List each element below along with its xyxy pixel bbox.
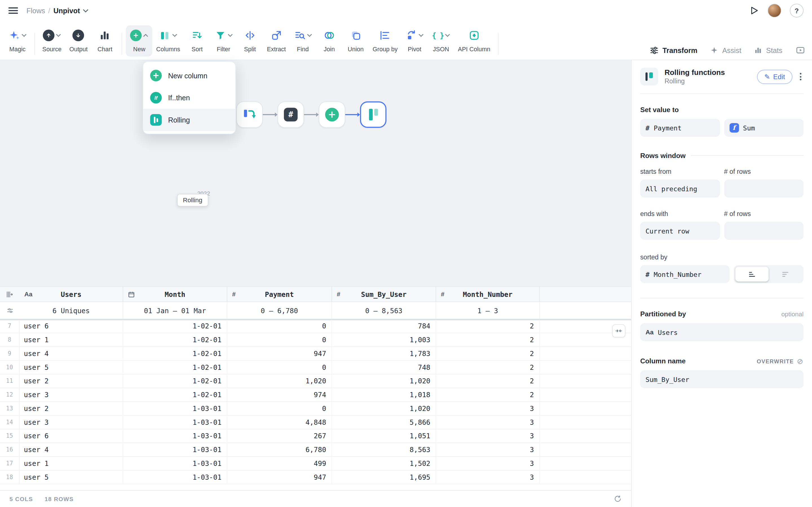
- cell-users[interactable]: user 4: [19, 347, 123, 360]
- row-number[interactable]: 12: [0, 388, 19, 401]
- toolbar-output-button[interactable]: Output: [65, 25, 92, 57]
- row-number[interactable]: 16: [0, 443, 19, 456]
- table-row[interactable]: 18 user 5 1-03-01 947 1,695 3: [0, 471, 631, 485]
- cell-users[interactable]: user 5: [19, 471, 123, 484]
- cell-users[interactable]: user 3: [19, 388, 123, 401]
- toolbar-join-button[interactable]: Join: [316, 25, 343, 57]
- cell-month[interactable]: 1-03-01: [123, 416, 227, 429]
- cell-sum-by-user[interactable]: 1,783: [332, 347, 436, 360]
- tab-stats[interactable]: Stats: [754, 46, 782, 54]
- value-column-select[interactable]: # Payment: [640, 119, 720, 137]
- cell-sum-by-user[interactable]: 8,563: [332, 443, 436, 456]
- aggregate-function-select[interactable]: f Sum: [724, 119, 804, 137]
- tab-assist[interactable]: Assist: [710, 46, 742, 54]
- toolbar-source-button[interactable]: Source: [39, 25, 65, 57]
- row-number[interactable]: 8: [0, 333, 19, 346]
- fit-view-button[interactable]: [612, 324, 625, 337]
- flow-node-unpivot[interactable]: [236, 101, 263, 128]
- toolbar-filter-button[interactable]: Filter: [210, 25, 237, 57]
- cell-sum-by-user[interactable]: 5,866: [332, 416, 436, 429]
- toolbar-union-button[interactable]: Union: [343, 25, 369, 57]
- cell-sum-by-user[interactable]: 1,502: [332, 457, 436, 470]
- menu-item-new-column[interactable]: New column: [143, 64, 235, 87]
- ends-num-rows-input[interactable]: [724, 222, 804, 240]
- table-row[interactable]: 10 user 5 1-02-01 0 748 2: [0, 361, 631, 375]
- cell-users[interactable]: user 3: [19, 416, 123, 429]
- toolbar-find-button[interactable]: Find: [290, 25, 316, 57]
- toolbar-json-button[interactable]: { } JSON: [428, 25, 454, 57]
- table-row[interactable]: 7 user 6 1-02-01 0 784 2: [0, 320, 631, 333]
- cell-month-number[interactable]: 3: [436, 471, 540, 484]
- cell-payment[interactable]: 6,780: [227, 443, 332, 456]
- cell-month-number[interactable]: 3: [436, 457, 540, 470]
- row-number[interactable]: 10: [0, 361, 19, 374]
- column-header-month[interactable]: Month: [123, 287, 227, 302]
- help-button[interactable]: ?: [790, 4, 804, 17]
- toolbar-split-button[interactable]: Split: [237, 25, 263, 57]
- cell-month-number[interactable]: 2: [436, 333, 540, 346]
- toolbar-new-button[interactable]: New: [126, 25, 153, 57]
- cell-sum-by-user[interactable]: 1,051: [332, 429, 436, 443]
- cell-payment[interactable]: 1,020: [227, 374, 332, 388]
- cell-month[interactable]: 1-03-01: [123, 457, 227, 470]
- cell-payment[interactable]: 947: [227, 347, 332, 360]
- table-row[interactable]: 11 user 2 1-02-01 1,020 1,020 2: [0, 374, 631, 388]
- cell-users[interactable]: user 2: [19, 374, 123, 388]
- toolbar-extract-button[interactable]: Extract: [263, 25, 290, 57]
- ends-with-select[interactable]: Current row: [640, 222, 720, 240]
- toolbar-sort-button[interactable]: Sort: [184, 25, 210, 57]
- cell-month[interactable]: 1-03-01: [123, 443, 227, 456]
- row-number[interactable]: 9: [0, 347, 19, 360]
- presentation-button[interactable]: [795, 45, 806, 55]
- sort-ascending-button[interactable]: [735, 267, 769, 282]
- table-row[interactable]: 15 user 6 1-03-01 267 1,051 3: [0, 429, 631, 443]
- breadcrumb-flows[interactable]: Flows: [27, 6, 45, 14]
- toolbar-groupby-button[interactable]: Group by: [369, 25, 401, 57]
- sort-descending-button[interactable]: [769, 267, 802, 282]
- cell-sum-by-user[interactable]: 784: [332, 320, 436, 333]
- table-columns-button[interactable]: [0, 287, 19, 302]
- sorted-by-select[interactable]: # Month_Number: [640, 265, 730, 283]
- cell-month[interactable]: 1-02-01: [123, 361, 227, 374]
- cell-month-number[interactable]: 2: [436, 320, 540, 333]
- row-number[interactable]: 11: [0, 374, 19, 388]
- cell-month-number[interactable]: 3: [436, 416, 540, 429]
- cell-payment[interactable]: 267: [227, 429, 332, 443]
- cell-payment[interactable]: 947: [227, 471, 332, 484]
- row-number[interactable]: 14: [0, 416, 19, 429]
- breadcrumb-current[interactable]: Unpivot: [53, 6, 80, 14]
- cell-month[interactable]: 1-02-01: [123, 374, 227, 388]
- refresh-table-button[interactable]: [614, 495, 622, 503]
- table-row[interactable]: 17 user 1 1-03-01 499 1,502 3: [0, 457, 631, 471]
- cell-payment[interactable]: 4,848: [227, 416, 332, 429]
- cell-payment[interactable]: 499: [227, 457, 332, 470]
- cell-month[interactable]: 1-03-01: [123, 429, 227, 443]
- cell-month[interactable]: 1-02-01: [123, 388, 227, 401]
- table-row[interactable]: 13 user 2 1-03-01 0 1,020 3: [0, 402, 631, 416]
- menu-item-if-then[interactable]: If If..then: [143, 87, 235, 109]
- cell-sum-by-user[interactable]: 1,695: [332, 471, 436, 484]
- column-header-payment[interactable]: # Payment: [227, 287, 332, 302]
- cell-month[interactable]: 1-02-01: [123, 347, 227, 360]
- cell-month[interactable]: 1-03-01: [123, 402, 227, 415]
- cell-month-number[interactable]: 2: [436, 361, 540, 374]
- row-number[interactable]: 18: [0, 471, 19, 484]
- run-flow-button[interactable]: [749, 5, 759, 16]
- table-row[interactable]: 16 user 4 1-03-01 6,780 8,563 3: [0, 443, 631, 457]
- cell-month-number[interactable]: 3: [436, 443, 540, 456]
- column-header-month-number[interactable]: # Month_Number: [436, 287, 540, 302]
- table-row[interactable]: 14 user 3 1-03-01 4,848 5,866 3: [0, 416, 631, 430]
- cell-sum-by-user[interactable]: 1,018: [332, 388, 436, 401]
- cell-month-number[interactable]: 2: [436, 388, 540, 401]
- cell-sum-by-user[interactable]: 1,020: [332, 402, 436, 415]
- column-name-input[interactable]: Sum_By_User: [640, 370, 804, 388]
- cell-payment[interactable]: 0: [227, 333, 332, 346]
- starts-num-rows-input[interactable]: [724, 180, 804, 198]
- summary-settings-icon[interactable]: [0, 302, 19, 319]
- row-number[interactable]: 13: [0, 402, 19, 415]
- flow-node-new-column[interactable]: [319, 101, 345, 128]
- menu-item-rolling[interactable]: Rolling: [143, 109, 235, 131]
- table-row[interactable]: 8 user 1 1-02-01 0 1,003 2: [0, 333, 631, 347]
- flow-node-rolling[interactable]: [360, 101, 387, 128]
- cell-month-number[interactable]: 3: [436, 429, 540, 443]
